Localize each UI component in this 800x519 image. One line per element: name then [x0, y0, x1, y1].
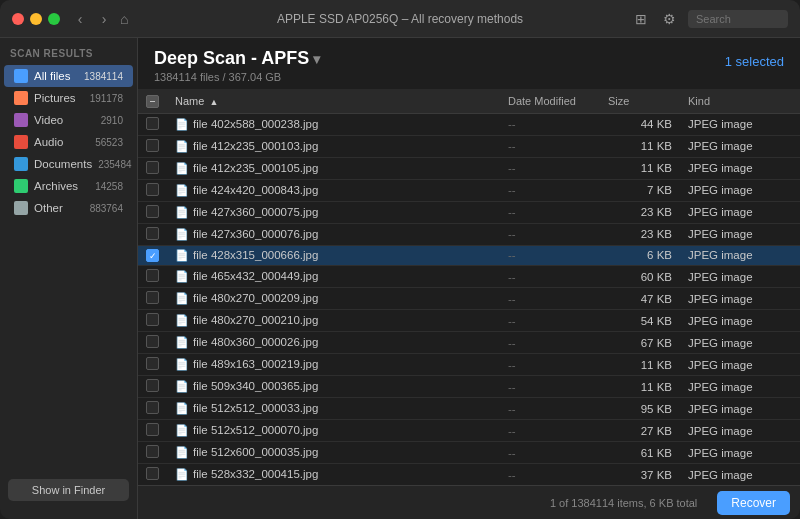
row-checkbox-cell[interactable]: [138, 332, 167, 354]
titlebar: ‹ › ⌂ APPLE SSD AP0256Q – All recovery m…: [0, 0, 800, 38]
row-checkbox[interactable]: [146, 269, 159, 282]
search-input[interactable]: [688, 10, 788, 28]
table-row[interactable]: 📄file 402x588_000238.jpg--44 KBJPEG imag…: [138, 113, 800, 135]
content-header: Deep Scan - APFS ▾ 1384114 files / 367.0…: [138, 38, 800, 89]
sidebar-item-audio[interactable]: Audio56523: [4, 131, 133, 153]
back-button[interactable]: ‹: [70, 9, 90, 29]
scan-subtitle: 1384114 files / 367.04 GB: [154, 71, 320, 83]
table-row[interactable]: ✓📄file 428x315_000666.jpg--6 KBJPEG imag…: [138, 245, 800, 266]
col-header-size[interactable]: Size: [600, 89, 680, 113]
sidebar: Scan results All files1384114Pictures191…: [0, 38, 138, 519]
pictures-icon: [14, 91, 28, 105]
col-header-kind[interactable]: Kind: [680, 89, 800, 113]
row-checkbox[interactable]: [146, 467, 159, 480]
close-button[interactable]: [12, 13, 24, 25]
row-checkbox-cell[interactable]: [138, 442, 167, 464]
row-checkbox[interactable]: [146, 401, 159, 414]
row-checkbox[interactable]: [146, 291, 159, 304]
row-filename: 📄file 528x332_000415.jpg: [167, 464, 500, 486]
row-checkbox[interactable]: [146, 117, 159, 130]
table-row[interactable]: 📄file 427x360_000075.jpg--23 KBJPEG imag…: [138, 201, 800, 223]
video-icon: [14, 113, 28, 127]
sidebar-item-archives[interactable]: Archives14258: [4, 175, 133, 197]
table-row[interactable]: 📄file 489x163_000219.jpg--11 KBJPEG imag…: [138, 354, 800, 376]
table-row[interactable]: 📄file 412x235_000105.jpg--11 KBJPEG imag…: [138, 157, 800, 179]
table-row[interactable]: 📄file 528x332_000415.jpg--37 KBJPEG imag…: [138, 464, 800, 486]
row-filename: 📄file 512x600_000035.jpg: [167, 442, 500, 464]
recover-button[interactable]: Recover: [717, 491, 790, 515]
home-icon[interactable]: ⌂: [120, 11, 128, 27]
header-checkbox-cell[interactable]: –: [138, 89, 167, 113]
row-size: 95 KB: [600, 398, 680, 420]
table-row[interactable]: 📄file 412x235_000103.jpg--11 KBJPEG imag…: [138, 135, 800, 157]
row-checkbox[interactable]: [146, 445, 159, 458]
row-checkbox-cell[interactable]: [138, 157, 167, 179]
row-checkbox-cell[interactable]: [138, 201, 167, 223]
row-checkbox-cell[interactable]: [138, 420, 167, 442]
minimize-button[interactable]: [30, 13, 42, 25]
row-checkbox-cell[interactable]: [138, 354, 167, 376]
col-header-date[interactable]: Date Modified: [500, 89, 600, 113]
settings-icon[interactable]: ⚙: [659, 9, 680, 29]
row-checkbox-cell[interactable]: [138, 113, 167, 135]
row-date: --: [500, 442, 600, 464]
row-checkbox-cell[interactable]: [138, 266, 167, 288]
table-row[interactable]: 📄file 427x360_000076.jpg--23 KBJPEG imag…: [138, 223, 800, 245]
row-checkbox-cell[interactable]: [138, 376, 167, 398]
sidebar-item-all-files[interactable]: All files1384114: [4, 65, 133, 87]
file-icon: 📄: [175, 270, 189, 282]
table-row[interactable]: 📄file 465x432_000449.jpg--60 KBJPEG imag…: [138, 266, 800, 288]
row-checkbox[interactable]: [146, 423, 159, 436]
row-checkbox-cell[interactable]: ✓: [138, 245, 167, 266]
row-checkbox[interactable]: [146, 139, 159, 152]
row-checkbox-cell[interactable]: [138, 398, 167, 420]
table-row[interactable]: 📄file 480x270_000209.jpg--47 KBJPEG imag…: [138, 288, 800, 310]
chevron-icon: ▾: [313, 51, 320, 67]
row-checkbox-cell[interactable]: [138, 179, 167, 201]
row-checkbox[interactable]: [146, 379, 159, 392]
row-date: --: [500, 113, 600, 135]
sidebar-item-video[interactable]: Video2910: [4, 109, 133, 131]
sidebar-item-label: All files: [34, 70, 78, 82]
row-filename: 📄file 480x270_000210.jpg: [167, 310, 500, 332]
archives-icon: [14, 179, 28, 193]
sidebar-item-documents[interactable]: Documents235484: [4, 153, 133, 175]
row-checkbox[interactable]: [146, 313, 159, 326]
file-table-container[interactable]: – Name ▲ Date Modified Size Kind 📄file 4…: [138, 89, 800, 485]
sidebar-item-pictures[interactable]: Pictures191178: [4, 87, 133, 109]
forward-button[interactable]: ›: [94, 9, 114, 29]
table-row[interactable]: 📄file 509x340_000365.jpg--11 KBJPEG imag…: [138, 376, 800, 398]
table-row[interactable]: 📄file 480x270_000210.jpg--54 KBJPEG imag…: [138, 310, 800, 332]
row-checkbox-cell[interactable]: [138, 310, 167, 332]
grid-view-button[interactable]: ⊞: [631, 9, 651, 29]
table-row[interactable]: 📄file 512x512_000070.jpg--27 KBJPEG imag…: [138, 420, 800, 442]
row-checkbox[interactable]: [146, 227, 159, 240]
row-checkbox-cell[interactable]: [138, 223, 167, 245]
fullscreen-button[interactable]: [48, 13, 60, 25]
sidebar-item-label: Archives: [34, 180, 89, 192]
row-checkbox[interactable]: [146, 357, 159, 370]
row-checkbox[interactable]: ✓: [146, 249, 159, 262]
main-area: Scan results All files1384114Pictures191…: [0, 38, 800, 519]
file-icon: 📄: [175, 162, 189, 174]
file-icon: 📄: [175, 206, 189, 218]
row-kind: JPEG image: [680, 420, 800, 442]
show-in-finder-button[interactable]: Show in Finder: [8, 479, 129, 501]
table-row[interactable]: 📄file 424x420_000843.jpg--7 KBJPEG image: [138, 179, 800, 201]
table-row[interactable]: 📄file 512x600_000035.jpg--61 KBJPEG imag…: [138, 442, 800, 464]
sidebar-item-other[interactable]: Other883764: [4, 197, 133, 219]
row-checkbox[interactable]: [146, 205, 159, 218]
row-checkbox[interactable]: [146, 183, 159, 196]
row-checkbox[interactable]: [146, 161, 159, 174]
table-row[interactable]: 📄file 512x512_000033.jpg--95 KBJPEG imag…: [138, 398, 800, 420]
col-header-name[interactable]: Name ▲: [167, 89, 500, 113]
file-icon: 📄: [175, 424, 189, 436]
row-kind: JPEG image: [680, 310, 800, 332]
row-checkbox-cell[interactable]: [138, 135, 167, 157]
header-checkbox[interactable]: –: [146, 95, 159, 108]
row-date: --: [500, 245, 600, 266]
row-checkbox-cell[interactable]: [138, 464, 167, 486]
row-checkbox[interactable]: [146, 335, 159, 348]
table-row[interactable]: 📄file 480x360_000026.jpg--67 KBJPEG imag…: [138, 332, 800, 354]
row-checkbox-cell[interactable]: [138, 288, 167, 310]
